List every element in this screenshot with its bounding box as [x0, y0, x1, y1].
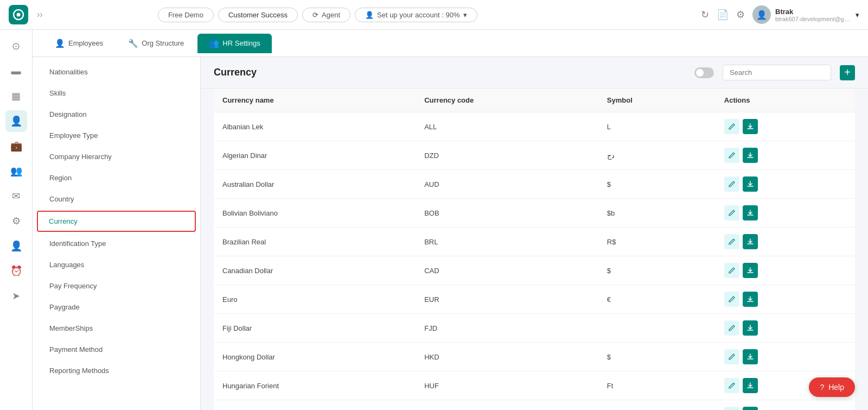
table-row: Hungarian Forient HUF Ft	[214, 371, 855, 400]
settings-icon[interactable]: ⚙	[736, 9, 745, 21]
nav-item-skills[interactable]: Skills	[33, 83, 200, 104]
col-symbol: Symbol	[598, 89, 716, 112]
sidebar-group-icon[interactable]: 👥	[5, 160, 27, 182]
setup-icon: 👤	[365, 11, 374, 19]
sidebar-user2-icon[interactable]: 👤	[5, 235, 27, 257]
tab-employees[interactable]: 👤 Employees	[43, 34, 114, 53]
table-row: Brazilian Real BRL R$	[214, 228, 855, 256]
nav-item-payment-method[interactable]: Payment Method	[33, 339, 200, 360]
download-button[interactable]	[743, 234, 758, 249]
nav-item-reporting-methods[interactable]: Reporting Methods	[33, 360, 200, 381]
nav-item-company-hierarchy[interactable]: Company Hierarchy	[33, 146, 200, 167]
currency-toggle[interactable]	[694, 67, 714, 78]
agent-icon: ⟳	[312, 11, 318, 19]
topbar-right: ↻ 📄 ⚙ 👤 Btrak btrak607-development@gm...…	[701, 5, 859, 24]
cell-symbol: R$	[598, 228, 716, 256]
nav-item-country[interactable]: Country	[33, 188, 200, 210]
download-button[interactable]	[743, 176, 758, 192]
cell-symbol: $	[598, 256, 716, 285]
user-chevron-icon: ▾	[856, 11, 859, 19]
setup-button[interactable]: 👤 Set up your account : 90% ▾	[355, 8, 477, 22]
sidebar-clock-icon[interactable]: ⏰	[5, 260, 27, 282]
edit-button[interactable]	[724, 263, 739, 278]
cell-symbol: $b	[598, 199, 716, 228]
agent-button[interactable]: ⟳ Agent	[302, 8, 350, 22]
edit-button[interactable]	[724, 407, 739, 410]
avatar: 👤	[752, 5, 771, 24]
nav-item-pay-frequency[interactable]: Pay Frequency	[33, 275, 200, 297]
download-button[interactable]	[743, 378, 758, 393]
cell-currency-name: Hongkong Dollar	[214, 343, 416, 371]
nav-item-nationalities[interactable]: Nationalities	[33, 61, 200, 83]
cell-currency-code: FJD	[416, 314, 598, 343]
edit-button[interactable]	[724, 292, 739, 307]
topbar: ›› Free Demo Customer Success ⟳ Agent 👤 …	[0, 0, 868, 30]
search-input[interactable]	[723, 65, 831, 80]
tab-org-structure[interactable]: 🔧 Org Structure	[117, 34, 195, 53]
download-button[interactable]	[743, 119, 758, 134]
cell-currency-name: Australian Dollar	[214, 170, 416, 199]
sidebar-briefcase-icon[interactable]: 💼	[5, 135, 27, 157]
user-info: Btrak btrak607-development@gm...	[775, 8, 851, 22]
customer-success-button[interactable]: Customer Success	[218, 8, 298, 22]
edit-button[interactable]	[724, 119, 739, 134]
edit-button[interactable]	[724, 234, 739, 249]
table-row: Bolivian Boliviano BOB $b	[214, 199, 855, 228]
download-button[interactable]	[743, 349, 758, 364]
topbar-chevron: ››	[37, 10, 43, 20]
org-tab-icon: 🔧	[128, 39, 138, 48]
download-button[interactable]	[743, 292, 758, 307]
edit-button[interactable]	[724, 205, 739, 220]
cell-currency-code: BRL	[416, 228, 598, 256]
nav-item-employee-type[interactable]: Employee Type	[33, 125, 200, 146]
nav-item-designation[interactable]: Designation	[33, 104, 200, 125]
sidebar-calendar-icon[interactable]: ▦	[5, 85, 27, 107]
nav-item-languages[interactable]: Languages	[33, 254, 200, 275]
cell-actions	[716, 199, 855, 228]
chevron-down-icon: ▾	[463, 11, 467, 19]
nav-item-memberships[interactable]: MemberShips	[33, 318, 200, 339]
currency-table: Currency name Currency code Symbol Actio…	[214, 89, 855, 410]
help-button[interactable]: ? Help	[809, 377, 855, 397]
edit-button[interactable]	[724, 349, 739, 364]
download-button[interactable]	[743, 148, 758, 163]
table-row: Algerian Dinar DZD دج	[214, 141, 855, 170]
nav-item-region[interactable]: Region	[33, 167, 200, 188]
cell-currency-name: Bolivian Boliviano	[214, 199, 416, 228]
document-icon[interactable]: 📄	[717, 9, 729, 21]
edit-button[interactable]	[724, 320, 739, 336]
tab-bar: 👤 Employees 🔧 Org Structure 👥 HR Setting…	[33, 30, 868, 57]
download-button[interactable]	[743, 263, 758, 278]
download-button[interactable]	[743, 320, 758, 336]
currency-header: Currency +	[201, 57, 868, 89]
logo-icon[interactable]	[9, 5, 28, 24]
edit-button[interactable]	[724, 378, 739, 393]
tab-hr-settings[interactable]: 👥 HR Settings	[197, 34, 271, 53]
cell-currency-name: Canadian Dollar	[214, 256, 416, 285]
cell-currency-code: DZD	[416, 141, 598, 170]
free-demo-button[interactable]: Free Demo	[158, 8, 214, 22]
edit-button[interactable]	[724, 176, 739, 192]
download-button[interactable]	[743, 205, 758, 220]
nav-item-paygrade[interactable]: Paygrade	[33, 297, 200, 318]
sidebar-tv-icon[interactable]: ▬	[5, 60, 27, 82]
col-currency-name: Currency name	[214, 89, 416, 112]
cell-actions	[716, 314, 855, 343]
add-currency-button[interactable]: +	[840, 65, 855, 80]
sidebar-mail-icon[interactable]: ✉	[5, 185, 27, 207]
nav-item-identification-type[interactable]: Identification Type	[33, 233, 200, 254]
reload-icon[interactable]: ↻	[701, 9, 709, 21]
user-menu[interactable]: 👤 Btrak btrak607-development@gm... ▾	[752, 5, 859, 24]
nav-item-currency[interactable]: Currency	[37, 211, 196, 232]
sidebar-person-icon[interactable]: 👤	[5, 110, 27, 132]
sidebar-send-icon[interactable]: ➤	[5, 285, 27, 307]
cell-actions	[716, 228, 855, 256]
left-nav: Nationalities Skills Designation Employe…	[33, 57, 201, 410]
cell-currency-name: Brazilian Real	[214, 228, 416, 256]
download-button[interactable]	[743, 407, 758, 410]
sidebar-dashboard-icon[interactable]: ⊙	[5, 35, 27, 57]
cell-currency-name: Algerian Dinar	[214, 141, 416, 170]
edit-button[interactable]	[724, 148, 739, 163]
cell-symbol: دج	[598, 141, 716, 170]
sidebar-settings-icon[interactable]: ⚙	[5, 210, 27, 232]
